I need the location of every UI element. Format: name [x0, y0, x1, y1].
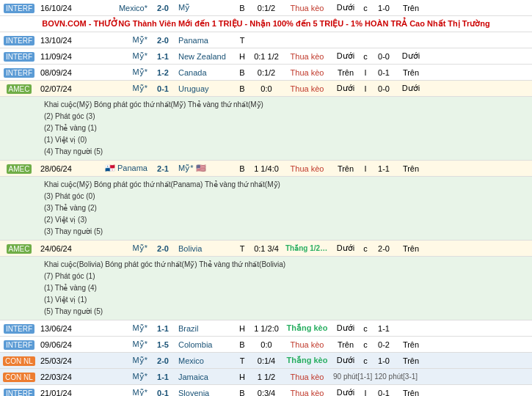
- sub-note: 90 phút[1-1] 120 phút[3-1]: [331, 371, 532, 382]
- halftime-score: 1-1: [371, 163, 397, 175]
- result: Thua kèo: [283, 2, 331, 14]
- score: 2-0: [150, 243, 176, 254]
- halftime-score: 0-1: [371, 387, 397, 397]
- odds: 0:0: [249, 83, 283, 95]
- halftime-ou: Trên: [397, 355, 425, 367]
- result: Thua kèo: [283, 83, 331, 95]
- location: H: [235, 323, 249, 334]
- location: T: [235, 243, 249, 254]
- detail-line-1: (3) Thẻ vàng (2): [44, 202, 529, 214]
- table-row: INTERF 11/09/24 Mỹ* 1-1 New Zealand H 0:…: [0, 48, 532, 65]
- away-team: Canada: [176, 67, 235, 78]
- home-team: Mỹ*: [91, 82, 150, 95]
- away-team: Mỹ: [176, 1, 235, 14]
- table-row: INTERF 13/06/24 Mỹ* 1-1 Brazil H 1 1/2:0…: [0, 320, 532, 337]
- match-type: INTERF: [0, 323, 38, 334]
- match-detail: Khai cuộc(Mỹ) Bóng phát góc thứ nhất(Mỹ)…: [0, 97, 532, 161]
- match-date: 24/06/24: [38, 243, 91, 254]
- match-date: 02/07/24: [38, 83, 91, 95]
- halftime-ou: Dưới: [397, 82, 425, 95]
- match-date: 13/06/24: [38, 323, 91, 334]
- location: B: [235, 83, 249, 95]
- halftime-ou: Trên: [397, 339, 425, 351]
- score: 1-1: [150, 323, 176, 334]
- odds: 0:1/2: [249, 67, 283, 78]
- ad-text: BOVN.COM - THƯỞNG Thành Viên Mới đến 1 T…: [42, 19, 489, 29]
- away-team: Colombia: [176, 339, 235, 351]
- match-date: 09/06/24: [38, 339, 91, 351]
- table-row: INTERF 21/01/24 Mỹ* 0-1 Slovenia B 0:3/4…: [0, 385, 532, 396]
- over-under: Dưới: [331, 82, 360, 95]
- location: H: [235, 371, 249, 383]
- match-type: CON NL: [0, 355, 38, 367]
- halftime-ou: Trên: [397, 163, 425, 175]
- result: Thua kèo: [283, 339, 331, 351]
- halftime-score: 1-0: [371, 2, 397, 14]
- halftime-ou: Dưới: [397, 50, 425, 62]
- table-row: AMEC 28/06/24 🇵🇦 Panama 2-1 Mỹ* 🇺🇸 B 1 1…: [0, 161, 532, 177]
- table-row: INTERF 13/10/24 Mỹ* 2-0 Panama T: [0, 32, 532, 48]
- match-type: INTERF: [0, 34, 38, 46]
- odds: [249, 39, 283, 42]
- detail-line-2: (1) Việt vị (0): [44, 134, 529, 146]
- detail-line-2: (1) Việt vị (1): [44, 294, 529, 306]
- over-under: Trên: [331, 339, 360, 351]
- ad-banner[interactable]: BOVN.COM - THƯỞNG Thành Viên Mới đến 1 T…: [0, 16, 532, 32]
- result: Thua kèo: [283, 371, 331, 383]
- card: I: [360, 67, 371, 78]
- home-team: Mỹ*: [91, 338, 150, 351]
- halftime-score: 0-2: [371, 339, 397, 351]
- over-under: Dưới: [331, 242, 360, 254]
- match-type: AMEC: [0, 83, 38, 95]
- detail-line-1: (2) Thẻ vàng (1): [44, 122, 529, 134]
- home-team: Mỹ*: [91, 322, 150, 334]
- halftime-ou: Trên: [397, 67, 425, 78]
- match-date: 22/03/24: [38, 371, 91, 383]
- detail-line-3: (4) Thay người (5): [44, 146, 529, 158]
- score: 0-1: [150, 387, 176, 397]
- match-type: CON NL: [0, 371, 38, 383]
- detail-line-0: (2) Phát góc (3): [44, 111, 529, 122]
- score: 1-1: [150, 51, 176, 62]
- match-date: 25/03/24: [38, 355, 91, 367]
- location: B: [235, 67, 249, 78]
- detail-line-0: (7) Phát góc (1): [44, 271, 529, 282]
- score: 1-2: [150, 67, 176, 78]
- card: c: [360, 339, 371, 351]
- over-under: Dưới: [331, 1, 360, 14]
- over-under: Trên: [331, 163, 360, 175]
- result: Thua kèo: [283, 163, 331, 175]
- card: c: [360, 323, 371, 334]
- result: Thua kèo: [283, 67, 331, 78]
- table-row: INTERF 16/10/24 Mexico* 2-0 Mỹ B 0:1/2 T…: [0, 0, 532, 16]
- odds: 1 1/2:0: [249, 323, 283, 334]
- odds: 0:1 3/4: [249, 243, 283, 254]
- match-date: 28/06/24: [38, 163, 91, 175]
- halftime-score: 0-0: [371, 51, 397, 62]
- detail-khai-cuoc: Khai cuộc(Mỹ) Bóng phát góc thứ nhất(Pan…: [44, 179, 529, 191]
- away-team: Panama: [176, 34, 235, 46]
- result: [283, 39, 331, 42]
- match-date: 08/09/24: [38, 67, 91, 78]
- odds: 0:0: [249, 339, 283, 351]
- away-team: Mỹ* 🇺🇸: [176, 162, 235, 175]
- halftime-ou: Trên: [397, 387, 425, 397]
- score: 1-1: [150, 371, 176, 383]
- home-team: Mỹ*: [91, 66, 150, 78]
- away-team: Mexico: [176, 355, 235, 367]
- card: I: [360, 163, 371, 175]
- halftime-ou: [397, 39, 425, 42]
- card: c: [360, 355, 371, 367]
- result: Thắng 1/2 kèo: [283, 243, 331, 254]
- match-detail: Khai cuộc(Mỹ) Bóng phát góc thứ nhất(Pan…: [0, 177, 532, 241]
- halftime-ou: Trên: [397, 2, 425, 14]
- halftime-score: 1-1: [371, 323, 397, 334]
- table-row: INTERF 09/06/24 Mỹ* 1-5 Colombia B 0:0 T…: [0, 337, 532, 353]
- halftime-score: 2-0: [371, 243, 397, 254]
- away-flag: 🇺🇸: [196, 164, 206, 172]
- odds: 0:1/2: [249, 2, 283, 14]
- odds: 0:1/4: [249, 355, 283, 367]
- odds: 0:1 1/2: [249, 51, 283, 62]
- card: I: [360, 387, 371, 397]
- match-date: 16/10/24: [38, 2, 91, 14]
